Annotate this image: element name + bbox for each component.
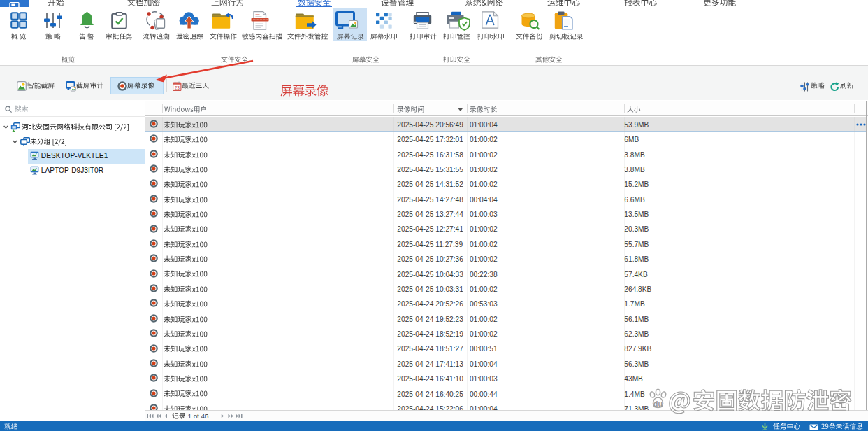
svg-text:23: 23 (175, 85, 180, 90)
svg-text:du: du (653, 400, 663, 408)
